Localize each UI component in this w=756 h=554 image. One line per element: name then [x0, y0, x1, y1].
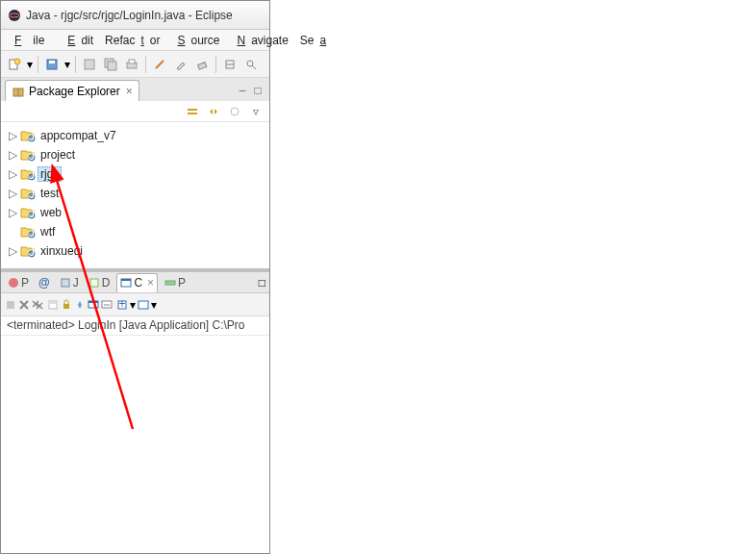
- svg-rect-12: [198, 62, 207, 68]
- tab-problems[interactable]: P: [5, 276, 32, 290]
- package-explorer-toolbar: ▿: [1, 101, 269, 122]
- svg-rect-58: [139, 301, 148, 309]
- project-label: test: [38, 186, 62, 201]
- tab-javadoc[interactable]: @: [36, 276, 53, 290]
- tab-declaration2[interactable]: D: [86, 276, 113, 290]
- console-view-icon[interactable]: [138, 299, 149, 311]
- package-icon: [12, 85, 25, 98]
- tab-declaration[interactable]: J: [57, 276, 82, 290]
- titlebar: Java - rjgc/src/rjgc/LoginIn.java - Ecli…: [1, 1, 269, 30]
- close-icon[interactable]: ×: [147, 276, 154, 290]
- project-item-appcompat_v7[interactable]: ▷Jappcompat_v7: [7, 126, 264, 145]
- focus-icon[interactable]: [227, 104, 242, 119]
- disclosure-triangle[interactable]: ▷: [7, 167, 18, 181]
- svg-text:J: J: [29, 226, 35, 239]
- project-item-rjgc[interactable]: ▷Jrjgc: [7, 164, 264, 184]
- console-toolbar: + ▾ ▾: [1, 293, 269, 316]
- svg-text:J: J: [29, 149, 35, 162]
- svg-text:J: J: [29, 245, 35, 258]
- project-item-xinxueqi[interactable]: ▷Jxinxueqi: [7, 241, 264, 261]
- wand-icon[interactable]: [150, 55, 169, 74]
- svg-rect-8: [108, 62, 116, 70]
- terminate-icon[interactable]: [5, 299, 16, 311]
- package-explorer-tab[interactable]: Package Explorer ×: [5, 80, 139, 101]
- search-icon[interactable]: [241, 55, 261, 74]
- package-explorer-view: Package Explorer × – □ ▿ ▷Jappcompat_v7▷…: [1, 78, 269, 270]
- save-button[interactable]: [42, 55, 62, 74]
- package-explorer-label: Package Explorer: [29, 85, 120, 98]
- project-item-test[interactable]: ▷Jtest: [7, 184, 264, 203]
- disclosure-triangle[interactable]: ▷: [7, 129, 18, 142]
- minimize-view-icon[interactable]: –: [235, 83, 250, 98]
- window-title: Java - rjgc/src/rjgc/LoginIn.java - Ecli…: [26, 9, 233, 22]
- project-item-wtf[interactable]: Jwtf: [7, 222, 264, 241]
- brush-icon[interactable]: [171, 55, 190, 74]
- bottom-tabrow: P @ J D C× P □: [1, 272, 269, 293]
- disclosure-triangle[interactable]: ▷: [7, 148, 18, 162]
- disclosure-triangle[interactable]: ▷: [7, 244, 18, 258]
- project-label: rjgc: [38, 166, 62, 182]
- eraser-icon[interactable]: [192, 55, 212, 74]
- menu-search[interactable]: Sea: [294, 32, 338, 49]
- project-label: appcompat_v7: [38, 128, 119, 143]
- svg-rect-37: [62, 279, 69, 287]
- view-tabrow: Package Explorer × – □: [1, 78, 269, 101]
- pin-console-icon[interactable]: [74, 299, 86, 311]
- display-console-icon[interactable]: [88, 299, 99, 311]
- svg-rect-20: [188, 113, 197, 114]
- print-icon[interactable]: [122, 55, 141, 74]
- svg-point-0: [9, 10, 20, 21]
- new-button[interactable]: [5, 55, 24, 74]
- svg-text:J: J: [29, 130, 35, 142]
- tab-console[interactable]: C×: [116, 273, 158, 292]
- remove-all-icon[interactable]: [32, 299, 43, 311]
- disclosure-triangle[interactable]: ▷: [7, 206, 18, 219]
- svg-rect-51: [63, 304, 69, 309]
- project-label: web: [38, 205, 64, 220]
- menu-source[interactable]: Source: [165, 32, 225, 49]
- svg-rect-10: [129, 60, 135, 63]
- tab-progress[interactable]: P: [162, 276, 189, 290]
- project-folder-icon: J: [20, 166, 36, 182]
- maximize-view-icon[interactable]: □: [259, 276, 265, 290]
- svg-rect-53: [88, 301, 98, 303]
- new-dropdown[interactable]: ▾: [26, 58, 34, 71]
- collapse-all-icon[interactable]: [185, 104, 200, 119]
- menu-file[interactable]: File: [3, 32, 56, 49]
- save-dropdown[interactable]: ▾: [63, 58, 71, 71]
- svg-text:+: +: [118, 299, 125, 311]
- maximize-view-icon[interactable]: □: [250, 83, 265, 98]
- svg-point-3: [14, 59, 20, 64]
- open-console-icon[interactable]: [101, 299, 113, 311]
- menu-refactor[interactable]: Refactor: [99, 32, 165, 49]
- menu-navigate[interactable]: Navigate: [225, 32, 293, 49]
- svg-point-21: [231, 108, 239, 115]
- saveall-icon[interactable]: [101, 55, 120, 74]
- menu-edit[interactable]: Edit: [56, 32, 99, 49]
- svg-rect-49: [49, 301, 57, 309]
- console-output[interactable]: [1, 336, 269, 553]
- scroll-lock-icon[interactable]: [61, 299, 72, 311]
- console-switch-dropdown[interactable]: ▾: [130, 298, 136, 312]
- link-editor-icon[interactable]: [206, 104, 221, 119]
- save-icon[interactable]: [80, 55, 99, 74]
- close-icon[interactable]: ×: [126, 85, 133, 98]
- clear-console-icon[interactable]: [47, 299, 59, 311]
- new-console-icon[interactable]: +: [116, 299, 128, 311]
- separator: [75, 56, 76, 73]
- svg-rect-6: [85, 60, 94, 69]
- svg-line-11: [156, 61, 164, 68]
- toggle-icon[interactable]: [220, 55, 239, 74]
- console-view-dropdown[interactable]: ▾: [151, 298, 157, 312]
- project-tree: ▷Jappcompat_v7▷Jproject▷Jrjgc▷Jtest▷Jweb…: [1, 122, 269, 268]
- remove-launch-icon[interactable]: [18, 299, 30, 311]
- disclosure-triangle[interactable]: ▷: [7, 187, 18, 200]
- view-menu-icon[interactable]: ▿: [248, 104, 264, 119]
- svg-text:J: J: [29, 168, 35, 181]
- project-item-web[interactable]: ▷Jweb: [7, 203, 264, 222]
- eclipse-window: Java - rjgc/src/rjgc/LoginIn.java - Ecli…: [0, 0, 270, 554]
- project-item-project[interactable]: ▷Jproject: [7, 145, 264, 164]
- project-label: project: [38, 147, 78, 163]
- separator: [38, 56, 38, 73]
- svg-rect-42: [7, 301, 14, 309]
